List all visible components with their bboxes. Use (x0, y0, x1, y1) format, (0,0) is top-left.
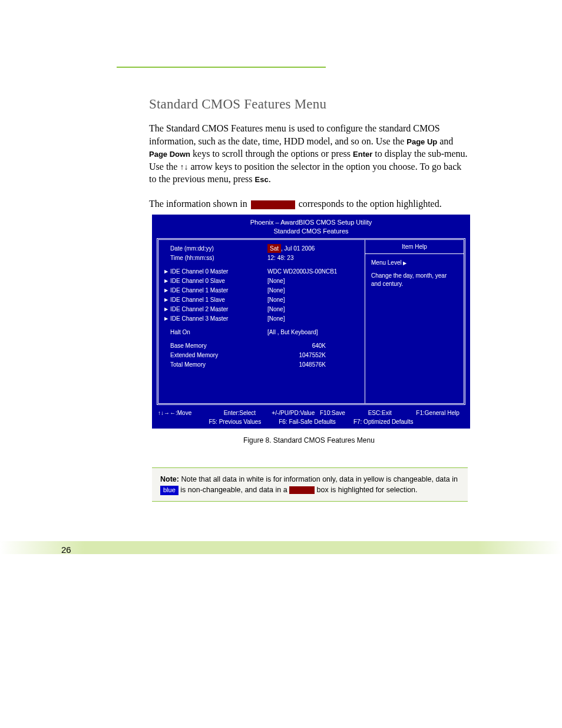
bios-title: Phoenix – AwardBIOS CMOS Setup Utility S… (152, 215, 470, 236)
triangle-right-icon: ▶ (164, 287, 170, 294)
note-t3: box is highlighted for selection. (315, 486, 417, 494)
bf-value: +/-/PU/PD:Value (272, 409, 320, 417)
bios-total-row: Total Memory 1048576K (164, 360, 361, 369)
section-heading: Standard CMOS Features Menu (149, 97, 326, 112)
bf-prev: F5: Previous Values (209, 417, 261, 426)
bios-ide-label: IDE Channel 2 Master (170, 305, 267, 314)
bios-halt-row: Halt On [All , But Keyboard] (164, 328, 361, 337)
bios-time-label: Time (hh:mm:ss) (170, 253, 267, 262)
key-page-up: Page Up (406, 137, 437, 146)
bf-help: F1:General Help (416, 409, 464, 417)
top-divider (117, 67, 326, 68)
bf-exit: ESC:Exit (368, 409, 416, 417)
key-page-down: Page Down (149, 150, 190, 159)
bios-right-header: Item Help (365, 240, 464, 254)
bf-enter: Enter:Select (224, 409, 272, 417)
bios-time-row: Time (hh:mm:ss) 12: 48: 23 (164, 253, 361, 262)
bios-ide-value: WDC WD2000JS-00NCB1 (267, 267, 361, 276)
bios-ide-value: [None] (267, 286, 361, 295)
bios-halt-label: Halt On (170, 328, 267, 337)
bios-date-week: Sat (267, 244, 281, 253)
bios-halt-value: [All , But Keyboard] (267, 328, 361, 337)
bios-date-value: Sat, Jul 01 2006 (267, 244, 361, 253)
bios-ide-row: ▶IDE Channel 0 MasterWDC WD2000JS-00NCB1 (164, 267, 361, 276)
p1-f: . (269, 174, 271, 184)
bios-ide-label: IDE Channel 1 Slave (170, 295, 267, 304)
bios-footer: ↑↓→← :Move Enter:Select +/-/PU/PD:Value … (158, 409, 464, 426)
bios-ide-value: [None] (267, 295, 361, 304)
bios-ext-label: Extended Memory (170, 351, 267, 360)
p2-a: The information shown in (149, 199, 250, 209)
note-box: Note: Note that all data in white is for… (152, 467, 468, 502)
bios-total-value: 1048576K (267, 360, 361, 369)
bios-ide-label: IDE Channel 0 Master (170, 267, 267, 276)
bios-ide-value: [None] (267, 305, 361, 314)
bf-failsafe: F6: Fail-Safe Defaults (279, 417, 336, 426)
p1-a: The Standard CMOS Features menu is used … (149, 123, 440, 146)
p1-b: and (437, 136, 453, 146)
bios-date-rest: , Jul 01 2006 (281, 245, 315, 252)
bios-ide-value: [None] (267, 314, 361, 323)
bios-time-value: 12: 48: 23 (267, 253, 361, 262)
bios-base-row: Base Memory 640K (164, 341, 361, 350)
p1-e: arrow keys to position the selector in t… (149, 162, 461, 185)
bf-save: F10:Save (320, 409, 368, 417)
bf-optimized: F7: Optimized Defaults (353, 417, 414, 426)
bios-right-pane: Item Help Menu Level ▶ Change the day, m… (365, 240, 464, 403)
note-t2: is non-changeable, and data in a (178, 486, 289, 494)
bios-footer-row1: ↑↓→← :Move Enter:Select +/-/PU/PD:Value … (158, 409, 464, 417)
key-enter: Enter (353, 150, 372, 159)
bios-screenshot: Phoenix – AwardBIOS CMOS Setup Utility S… (152, 215, 470, 429)
paragraph-2: The information shown in corresponds to … (149, 197, 469, 210)
paragraph-1: The Standard CMOS Features menu is used … (149, 122, 469, 186)
note-label: Note: (160, 475, 179, 483)
bios-ide-label: IDE Channel 3 Master (170, 314, 267, 323)
bios-left-pane: Date (mm:dd:yy) Sat, Jul 01 2006 Time (h… (158, 240, 365, 403)
bios-date-label: Date (mm:dd:yy) (170, 244, 267, 253)
bios-ide-row: ▶IDE Channel 3 Master[None] (164, 314, 361, 323)
bios-ide-row: ▶IDE Channel 1 Master[None] (164, 286, 361, 295)
bios-ext-value: 1047552K (267, 351, 361, 360)
figure-caption: Figure 8. Standard CMOS Features Menu (149, 436, 469, 444)
item-help-highlight (251, 200, 295, 209)
bios-base-value: 640K (267, 341, 361, 350)
page-number: 26 (61, 545, 71, 555)
arrows-nav-icon: ↑↓→← (158, 409, 176, 417)
bios-menu-level-text: Menu Level (371, 259, 403, 266)
bios-date-row: Date (mm:dd:yy) Sat, Jul 01 2006 (164, 244, 361, 253)
triangle-right-icon: ▶ (164, 297, 170, 304)
triangle-right-icon: ▶ (164, 306, 170, 313)
triangle-right-icon: ▶ (164, 278, 170, 285)
bios-right-body: Menu Level ▶ Change the day, month, year… (365, 254, 464, 293)
bios-ide-label: IDE Channel 1 Master (170, 286, 267, 295)
bios-ide-label: IDE Channel 0 Slave (170, 276, 267, 285)
bios-ext-row: Extended Memory 1047552K (164, 351, 361, 360)
triangle-right-icon: ▶ (403, 261, 406, 266)
bios-ide-row: ▶IDE Channel 0 Slave[None] (164, 276, 361, 285)
p1-c: keys to scroll through the options or pr… (190, 149, 353, 159)
red-chip (289, 486, 315, 494)
bios-ide-value: [None] (267, 276, 361, 285)
key-esc: Esc (255, 175, 269, 184)
bios-base-label: Base Memory (170, 341, 267, 350)
bios-title-line2: Standard CMOS Features (152, 227, 470, 236)
bios-ide-row: ▶IDE Channel 1 Slave[None] (164, 295, 361, 304)
note-t1: Note that all data in white is for infor… (179, 475, 458, 483)
p2-b: corresponds to the option highlighted. (296, 199, 442, 209)
footer-band (0, 541, 562, 554)
bios-total-label: Total Memory (170, 360, 267, 369)
bf-move: :Move (176, 409, 224, 417)
bios-footer-row2: F5: Previous Values F6: Fail-Safe Defaul… (158, 417, 464, 426)
bios-menu-level: Menu Level ▶ (371, 259, 458, 267)
bios-ide-row: ▶IDE Channel 2 Master[None] (164, 305, 361, 314)
arrows-icon: ↑↓ (180, 162, 188, 172)
bios-title-line1: Phoenix – AwardBIOS CMOS Setup Utility (152, 218, 470, 227)
bios-inner-frame: Date (mm:dd:yy) Sat, Jul 01 2006 Time (h… (157, 238, 465, 405)
triangle-right-icon: ▶ (164, 315, 170, 322)
bios-help-text: Change the day, month, year and century. (371, 272, 458, 288)
blue-chip: blue (160, 486, 178, 495)
triangle-right-icon: ▶ (164, 268, 170, 275)
